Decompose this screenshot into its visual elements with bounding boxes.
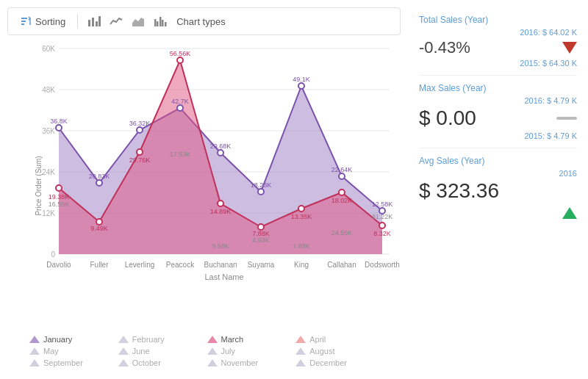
legend-april-icon bbox=[295, 336, 306, 343]
legend-november-icon bbox=[207, 359, 218, 367]
legend-october-icon bbox=[118, 359, 129, 367]
legend-march-label: March bbox=[221, 335, 244, 344]
max-sales-value: $ 0.00 bbox=[419, 107, 476, 130]
svg-text:56.56K: 56.56K bbox=[170, 50, 191, 57]
svg-marker-86 bbox=[118, 347, 129, 355]
avg-sales-main-row: $ 323.36 bbox=[419, 179, 577, 203]
bar-chart-icon[interactable] bbox=[85, 12, 103, 30]
svg-text:8.32K: 8.32K bbox=[373, 230, 391, 237]
svg-point-29 bbox=[96, 180, 102, 186]
sort-icon bbox=[20, 15, 32, 27]
svg-rect-6 bbox=[96, 21, 98, 26]
svg-text:Peacock: Peacock bbox=[166, 261, 195, 269]
svg-text:42.7K: 42.7K bbox=[171, 98, 189, 105]
toolbar-divider bbox=[77, 14, 78, 29]
area-chart-icon[interactable] bbox=[129, 12, 147, 30]
legend-june-label: June bbox=[132, 347, 150, 355]
svg-rect-9 bbox=[154, 19, 157, 26]
svg-marker-87 bbox=[207, 347, 218, 355]
avg-arrow-up-icon bbox=[562, 207, 577, 219]
svg-marker-90 bbox=[118, 359, 129, 367]
max-sales-main-row: $ 0.00 bbox=[419, 107, 577, 130]
svg-marker-92 bbox=[295, 359, 306, 367]
legend-january-label: January bbox=[43, 335, 72, 344]
svg-point-40 bbox=[177, 57, 183, 63]
grouped-bar-icon[interactable] bbox=[151, 12, 169, 30]
svg-rect-12 bbox=[162, 20, 164, 26]
svg-text:17.53K: 17.53K bbox=[170, 151, 191, 158]
legend-january[interactable]: January bbox=[29, 335, 112, 344]
max-sales-title: Max Sales (Year) bbox=[419, 83, 577, 93]
svg-text:20.83K: 20.83K bbox=[89, 173, 110, 180]
svg-rect-4 bbox=[88, 20, 90, 26]
svg-text:24K: 24K bbox=[42, 168, 55, 176]
svg-point-30 bbox=[137, 127, 143, 133]
svg-marker-85 bbox=[29, 347, 40, 355]
svg-point-44 bbox=[339, 190, 345, 195]
svg-point-41 bbox=[218, 201, 223, 206]
total-sales-2016-value: 2016: $ 64.02 K bbox=[419, 28, 577, 37]
legend-february[interactable]: February bbox=[118, 335, 201, 344]
svg-text:48K: 48K bbox=[42, 86, 55, 94]
right-panel: Total Sales (Year) 2016: $ 64.02 K -0.43… bbox=[408, 0, 588, 379]
legend-september-label: September bbox=[43, 358, 83, 367]
legend-september-icon bbox=[29, 359, 40, 367]
svg-rect-11 bbox=[159, 17, 162, 26]
svg-text:19.38K: 19.38K bbox=[49, 193, 70, 201]
delta-arrow-down-icon bbox=[562, 42, 577, 54]
svg-marker-91 bbox=[207, 359, 218, 367]
legend-june-icon bbox=[118, 347, 129, 355]
svg-marker-8 bbox=[132, 18, 144, 26]
svg-text:9.58K: 9.58K bbox=[212, 242, 229, 250]
legend-august-label: August bbox=[309, 347, 334, 355]
total-sales-year-label: 2016: bbox=[520, 28, 542, 37]
svg-text:24.55K: 24.55K bbox=[331, 229, 353, 237]
svg-text:36K: 36K bbox=[42, 127, 55, 135]
legend-may-label: May bbox=[43, 347, 59, 355]
legend-april[interactable]: April bbox=[295, 335, 379, 344]
svg-text:Fuller: Fuller bbox=[90, 261, 109, 269]
total-sales-title: Total Sales (Year) bbox=[419, 15, 577, 25]
svg-marker-84 bbox=[295, 336, 306, 343]
legend-november[interactable]: November bbox=[207, 358, 290, 367]
legend-july[interactable]: July bbox=[207, 347, 290, 355]
sort-button[interactable]: Sorting bbox=[15, 13, 70, 29]
avg-sales-year-label: 2016 bbox=[559, 169, 577, 178]
svg-marker-81 bbox=[29, 336, 40, 343]
svg-text:0: 0 bbox=[51, 250, 55, 259]
legend-december[interactable]: December bbox=[295, 358, 379, 367]
svg-text:Callahan: Callahan bbox=[327, 261, 356, 269]
total-sales-main-row: -0.43% bbox=[419, 38, 577, 57]
total-sales-delta-value: -0.43% bbox=[419, 38, 470, 57]
legend-march[interactable]: March bbox=[207, 335, 290, 344]
left-panel: Sorting bbox=[0, 0, 408, 379]
legend-june[interactable]: June bbox=[118, 347, 201, 355]
legend-august-icon bbox=[295, 347, 306, 355]
legend-february-label: February bbox=[132, 335, 165, 344]
line-chart-icon[interactable] bbox=[107, 12, 125, 30]
sort-label: Sorting bbox=[35, 16, 65, 27]
svg-marker-89 bbox=[29, 359, 40, 367]
legend-november-label: November bbox=[221, 358, 259, 367]
svg-rect-10 bbox=[157, 21, 159, 26]
svg-text:12.58K: 12.58K bbox=[372, 201, 393, 208]
legend-july-icon bbox=[207, 347, 218, 355]
svg-point-37 bbox=[56, 185, 62, 191]
avg-sales-trend bbox=[419, 207, 577, 219]
avg-sales-title: Avg Sales (Year) bbox=[419, 156, 577, 166]
svg-text:18.23K: 18.23K bbox=[251, 181, 272, 189]
total-sales-block: Total Sales (Year) 2016: $ 64.02 K -0.43… bbox=[419, 7, 577, 76]
max-sales-2015-label: 2015: bbox=[524, 131, 545, 140]
y-axis-label: Price Order (Sum) bbox=[35, 156, 43, 215]
legend-may[interactable]: May bbox=[29, 347, 112, 355]
legend-december-label: December bbox=[309, 358, 347, 367]
legend-october[interactable]: October bbox=[118, 358, 201, 367]
legend-september[interactable]: September bbox=[29, 358, 112, 367]
legend-august[interactable]: August bbox=[295, 347, 379, 355]
chart-svg-container: Price Order (Sum) 60K 48K 36K 24K 12K 0 bbox=[7, 41, 401, 331]
svg-text:22.64K: 22.64K bbox=[331, 166, 353, 173]
chart-area: Price Order (Sum) 60K 48K 36K 24K 12K 0 bbox=[7, 41, 401, 372]
svg-text:29.68K: 29.68K bbox=[210, 142, 232, 150]
total-sales-2016-val: $ 64.02 K bbox=[542, 28, 577, 37]
svg-point-32 bbox=[218, 150, 223, 156]
